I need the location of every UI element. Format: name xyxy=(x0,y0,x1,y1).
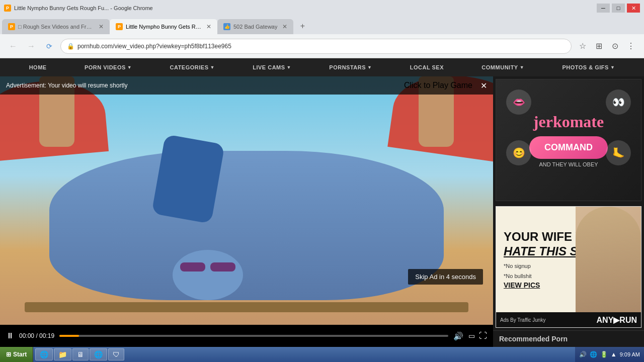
bookmark-icon[interactable]: ☆ xyxy=(576,39,590,53)
tab2-favicon: P xyxy=(116,23,123,30)
recommended-section: Recommended Porn xyxy=(493,330,644,347)
tab1-close[interactable]: ✕ xyxy=(99,23,104,30)
system-tray: 🔊 🌐 🔋 ▲ 9:09 AM xyxy=(575,347,644,362)
tab-manager-icon[interactable]: ⊞ xyxy=(592,39,606,53)
nav-porn-videos-label: PORN VIDEOS xyxy=(85,64,126,70)
menu-icon[interactable]: ⋮ xyxy=(624,39,638,53)
ad-close-button[interactable]: ✕ xyxy=(480,81,487,90)
tab-bar: P □ Rough Sex Videos and Free Aggre... ✕… xyxy=(0,16,644,34)
nav-home-label: HOME xyxy=(29,64,47,70)
tray-expand[interactable]: ▲ xyxy=(611,351,617,358)
account-icon[interactable]: ⊙ xyxy=(608,39,622,53)
nav-porn-videos[interactable]: PORN VIDEOS ▼ xyxy=(85,64,132,70)
folder-icon: 📁 xyxy=(58,350,67,358)
jerkmate-ad[interactable]: 👄 👀 😊 🦶 jerkomate COMMAND AND THEY WILL … xyxy=(496,79,641,201)
close-button[interactable]: ✕ xyxy=(627,4,640,13)
recommended-label: Recommended Porn xyxy=(499,335,568,343)
table xyxy=(25,302,468,312)
tray-network[interactable]: 🌐 xyxy=(590,351,597,358)
jerkmate-icon-foot: 🦶 xyxy=(606,140,631,165)
jerkmate-background: 👄 👀 😊 🦶 jerkomate COMMAND AND THEY WILL … xyxy=(496,79,641,201)
tab3-favicon: 👍 xyxy=(223,23,230,30)
site-navigation: HOME PORN VIDEOS ▼ CATEGORIES ▼ LIVE CAM… xyxy=(0,58,644,76)
ads-by-text: Ads By Traffic Junky xyxy=(500,317,545,323)
chrome-icon: 🌐 xyxy=(94,350,103,358)
video-frame xyxy=(0,76,493,325)
tab-nympho[interactable]: P Little Nympho Bunny Gets Rough Fu... ✕ xyxy=(110,19,217,34)
fullscreen-button[interactable]: ⛶ xyxy=(479,331,487,340)
taskbar-ie[interactable]: 🌐 xyxy=(35,348,53,360)
tab3-title: 502 Bad Gateway xyxy=(233,24,277,30)
tab-502[interactable]: 👍 502 Bad Gateway ✕ xyxy=(217,19,293,34)
nav-community-arrow: ▼ xyxy=(520,65,524,70)
nav-photos-gifs-label: PHOTOS & GIFS xyxy=(562,64,608,70)
video-player[interactable]: Advertisement: Your video will resume sh… xyxy=(0,76,493,325)
nav-pornstars[interactable]: PORNSTARS ▼ xyxy=(329,64,372,70)
wife-ad-figure xyxy=(576,207,641,313)
computer-icon: 🖥 xyxy=(77,350,84,358)
wife-ad-footer: Ads By Traffic Junky ANY▶RUN xyxy=(496,312,641,327)
wife-ad[interactable]: YOUR WIFE WILL HATE THIS SITE *No signup… xyxy=(496,206,641,328)
tab2-title: Little Nympho Bunny Gets Rough Fu... xyxy=(126,24,201,30)
toolbar-icons: ☆ ⊞ ⊙ ⋮ xyxy=(576,39,638,53)
new-tab-button[interactable]: + xyxy=(295,19,309,33)
ad-banner: Advertisement: Your video will resume sh… xyxy=(0,76,493,95)
nav-local-sex-label: LOCAL SEX xyxy=(410,64,444,70)
wife-ad-content: YOUR WIFE WILL HATE THIS SITE *No signup… xyxy=(496,207,641,313)
click-play-area[interactable]: Click to Play Game ✕ xyxy=(404,81,487,90)
play-pause-button[interactable]: ⏸ xyxy=(6,331,14,340)
theater-button[interactable]: ▭ xyxy=(468,332,475,340)
tray-volume[interactable]: 🔊 xyxy=(579,351,587,358)
progress-bar[interactable] xyxy=(59,335,448,337)
video-controls: ⏸ 00:00 / 00:19 🔊 ▭ ⛶ xyxy=(0,325,493,347)
time-display: 00:00 / 00:19 xyxy=(19,332,54,339)
taskbar-chrome[interactable]: 🌐 xyxy=(90,348,107,360)
wife-ad-nosignup2: *No bullshit xyxy=(504,273,532,279)
taskbar-computer[interactable]: 🖥 xyxy=(72,348,89,360)
start-button[interactable]: ⊞ Start xyxy=(0,347,33,362)
url-bar[interactable]: 🔒 pornhub.com/view_video.php?viewkey=ph5… xyxy=(60,39,572,54)
back-button[interactable]: ← xyxy=(6,39,20,53)
tab1-favicon: P xyxy=(8,23,15,30)
tab3-close[interactable]: ✕ xyxy=(282,23,287,30)
nav-home[interactable]: HOME xyxy=(29,64,47,70)
jerkmate-icon-eyes: 👀 xyxy=(606,89,631,115)
character-body xyxy=(49,151,444,300)
jerkmate-icon-face: 😊 xyxy=(506,140,531,165)
nav-pornstars-label: PORNSTARS xyxy=(329,64,366,70)
nav-local-sex[interactable]: LOCAL SEX xyxy=(410,64,444,70)
wife-ad-view-pics[interactable]: VIEW PICS xyxy=(504,281,540,289)
jerkmate-icon-lips: 👄 xyxy=(506,89,531,115)
tray-battery[interactable]: 🔋 xyxy=(600,351,608,358)
start-label: Start xyxy=(13,351,27,358)
volume-button[interactable]: 🔊 xyxy=(453,331,463,341)
lock-icon: 🔒 xyxy=(67,43,74,50)
jerkmate-obey-text: AND THEY WILL OBEY xyxy=(539,161,598,167)
progress-fill xyxy=(59,335,79,337)
nav-photos-gifs[interactable]: PHOTOS & GIFS ▼ xyxy=(562,64,615,70)
minimize-button[interactable]: ─ xyxy=(597,4,610,13)
skip-ad-button[interactable]: Skip Ad in 4 seconds xyxy=(408,269,483,285)
video-section: Advertisement: Your video will resume sh… xyxy=(0,76,493,347)
taskbar-shield[interactable]: 🛡 xyxy=(108,348,124,360)
any-run-logo: ANY▶RUN xyxy=(597,315,637,325)
jerkmate-logo: jerkomate xyxy=(533,113,604,131)
taskbar-folder[interactable]: 📁 xyxy=(54,348,71,360)
ie-icon: 🌐 xyxy=(40,350,48,358)
forward-button[interactable]: → xyxy=(24,39,38,53)
reload-button[interactable]: ⟳ xyxy=(42,39,56,53)
time-total: 00:19 xyxy=(39,332,54,339)
jerkmate-command-button[interactable]: COMMAND xyxy=(529,136,608,159)
browser-window: P Little Nympho Bunny Gets Rough Fu... -… xyxy=(0,0,644,76)
maximize-button[interactable]: □ xyxy=(612,4,625,13)
nav-categories[interactable]: CATEGORIES ▼ xyxy=(170,64,215,70)
nav-categories-label: CATEGORIES xyxy=(170,64,209,70)
nav-live-cams[interactable]: LIVE CAMS ▼ xyxy=(253,64,291,70)
nav-community[interactable]: COMMUNITY ▼ xyxy=(481,64,524,70)
tab-rough-sex[interactable]: P □ Rough Sex Videos and Free Aggre... ✕ xyxy=(2,19,110,34)
window-controls: ─ □ ✕ xyxy=(597,4,640,13)
taskbar-items: 🌐 📁 🖥 🌐 🛡 xyxy=(33,347,575,362)
nav-live-cams-label: LIVE CAMS xyxy=(253,64,285,70)
tab2-close[interactable]: ✕ xyxy=(206,23,211,30)
time-current: 00:00 xyxy=(19,332,34,339)
